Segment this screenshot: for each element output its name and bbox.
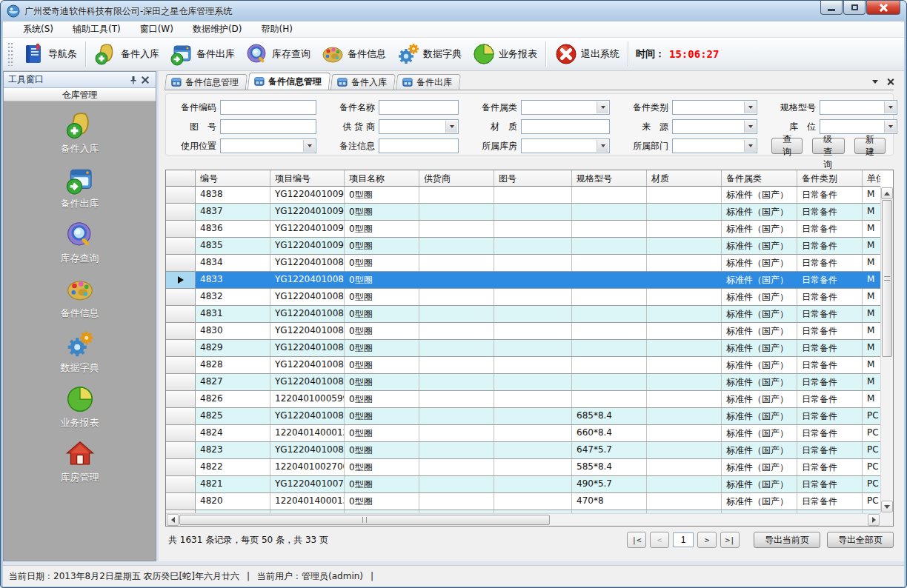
sidebar-item-report[interactable]: 业务报表 <box>36 384 124 430</box>
sidebar-item-warehouse[interactable]: 库房管理 <box>36 439 124 484</box>
table-row[interactable]: 4838YG122040100930型圈标准件（国产）日常备件M <box>166 187 880 204</box>
toolbar-button-report[interactable]: 业务报表 <box>467 40 542 68</box>
vertical-scroll-thumb[interactable] <box>882 200 892 357</box>
table-row[interactable]: 4821YG122040100790型圈490*5.7标准件（国产）日常备件PC <box>166 476 880 493</box>
table-row[interactable]: 4827YG122040100820型圈标准件（国产）日常备件M <box>166 374 880 391</box>
toolbar-button-parts-info[interactable]: 备件信息 <box>316 40 391 68</box>
row-indicator-cell[interactable] <box>166 238 196 254</box>
row-indicator-cell[interactable] <box>166 442 196 458</box>
material-input[interactable] <box>521 119 610 134</box>
column-header-9[interactable]: 单位 <box>863 170 880 186</box>
source-select[interactable] <box>672 119 757 134</box>
table-row[interactable]: 4825YG122040100810型圈685*8.4标准件（国产）日常备件PC <box>166 408 880 425</box>
row-indicator-cell[interactable] <box>166 425 196 441</box>
toolbar-button-data-dict[interactable]: 数据字典 <box>391 40 467 68</box>
close-button[interactable] <box>866 1 900 15</box>
menu-item-1[interactable]: 辅助工具(T) <box>63 21 130 38</box>
column-header-2[interactable]: 项目名称 <box>345 170 419 186</box>
table-row[interactable]: 4837YG122040100920型圈标准件（国产）日常备件M <box>166 204 880 221</box>
table-row[interactable]: 4836YG122040100910型圈标准件（国产）日常备件M <box>166 221 880 238</box>
next-page-button[interactable]: > <box>697 532 717 548</box>
minimize-button[interactable] <box>820 1 843 15</box>
tab-3[interactable]: 备件出库 <box>396 74 461 90</box>
toolbar-grip-handle[interactable] <box>7 42 13 66</box>
sidebar-item-parts-info[interactable]: 备件信息 <box>36 275 124 320</box>
table-row[interactable]: 4823YG122040100800型圈647*5.7标准件（国产）日常备件PC <box>166 442 880 459</box>
close-icon[interactable] <box>139 74 151 86</box>
drawing-no-input[interactable] <box>220 119 316 134</box>
advanced-query-button[interactable]: 高级查询 <box>812 138 845 154</box>
menu-item-4[interactable]: 帮助(H) <box>252 21 302 38</box>
horizontal-scroll-thumb[interactable] <box>179 515 550 525</box>
last-page-button[interactable]: >| <box>720 532 740 548</box>
part-category-select[interactable] <box>521 100 610 115</box>
sidebar-item-parts-in[interactable]: 备件入库 <box>36 110 124 156</box>
column-header-5[interactable]: 规格型号 <box>572 170 647 186</box>
row-indicator-cell[interactable] <box>166 272 196 288</box>
toolbar-button-parts-out[interactable]: 备件出库 <box>165 40 240 68</box>
row-indicator-cell[interactable] <box>166 493 196 510</box>
table-row[interactable]: 4831YG122040100860型圈标准件（国产）日常备件M <box>166 306 880 323</box>
spec-model-select[interactable] <box>820 100 897 115</box>
use-position-select[interactable] <box>220 138 316 153</box>
row-indicator-cell[interactable] <box>166 306 196 322</box>
tab-2[interactable]: 备件入库 <box>330 74 396 90</box>
table-row[interactable]: 4828YG122040100830型圈标准件（国产）日常备件M <box>166 357 880 374</box>
column-header-3[interactable]: 供货商 <box>419 170 494 186</box>
column-header-6[interactable]: 材质 <box>647 170 722 186</box>
vertical-scrollbar[interactable] <box>880 187 893 513</box>
row-indicator-cell[interactable] <box>166 221 196 237</box>
row-indicator-cell[interactable] <box>166 391 196 407</box>
prev-page-button[interactable]: < <box>650 532 669 548</box>
tab-close-icon[interactable] <box>887 78 894 85</box>
table-row[interactable]: 4829YG122040100840型圈标准件（国产）日常备件M <box>166 340 880 357</box>
table-row[interactable]: 482412204014000120型圈660*8.4标准件（国产）日常备件PC <box>166 425 880 442</box>
page-number-input[interactable] <box>673 532 694 547</box>
row-indicator-cell[interactable] <box>166 357 196 373</box>
part-code-input[interactable] <box>220 100 316 115</box>
row-indicator-cell[interactable] <box>166 476 196 492</box>
column-header-7[interactable]: 备件属类 <box>722 170 797 186</box>
new-button[interactable]: 新建 <box>854 138 886 154</box>
pin-icon[interactable] <box>127 74 139 86</box>
row-indicator-cell[interactable] <box>166 323 196 339</box>
sidebar-item-parts-out[interactable]: 备件出库 <box>36 165 124 210</box>
part-type-select[interactable] <box>672 100 757 115</box>
table-row[interactable]: 482012204014000130型圈470*8标准件（国产）日常备件PC <box>166 493 880 510</box>
table-row[interactable]: 4832YG122040100870型圈标准件（国产）日常备件M <box>166 289 880 306</box>
query-button[interactable]: 查询 <box>771 138 803 154</box>
maximize-button[interactable] <box>843 1 866 15</box>
column-header-4[interactable]: 图号 <box>494 170 572 186</box>
row-indicator-cell[interactable] <box>166 187 196 203</box>
sidebar-item-stock-query[interactable]: 库存查询 <box>36 220 124 265</box>
tab-1-active[interactable]: 备件信息管理 <box>247 73 330 90</box>
part-name-input[interactable] <box>379 100 459 115</box>
row-indicator-cell[interactable] <box>166 340 196 356</box>
toolbar-button-parts-in[interactable]: 备件入库 <box>89 40 165 68</box>
table-row[interactable]: 4833YG122040100880型圈标准件（国产）日常备件M <box>166 272 880 289</box>
row-indicator-cell[interactable] <box>166 374 196 390</box>
location-select[interactable] <box>820 119 897 134</box>
table-row[interactable]: 4834YG122040100890型圈标准件（国产）日常备件M <box>166 255 880 272</box>
row-indicator-cell[interactable] <box>166 289 196 305</box>
table-row[interactable]: 4835YG122040100900型圈标准件（国产）日常备件M <box>166 238 880 255</box>
export-current-page-button[interactable]: 导出当前页 <box>754 532 820 548</box>
warehouse-select[interactable] <box>521 138 610 153</box>
row-indicator-cell[interactable] <box>166 408 196 424</box>
column-header-8[interactable]: 备件类别 <box>797 170 863 186</box>
toolbar-button-stock-query[interactable]: 库存查询 <box>240 40 316 68</box>
first-page-button[interactable]: |< <box>627 532 646 548</box>
row-indicator-cell[interactable] <box>166 204 196 220</box>
title-bar[interactable]: 广州爱奇迪软件科技有限公司-深田之星仓库管理系统 <box>1 1 906 21</box>
table-row[interactable]: 4830YG122040100850型圈标准件（国产）日常备件M <box>166 323 880 340</box>
export-all-pages-button[interactable]: 导出全部页 <box>827 532 894 548</box>
supplier-select[interactable] <box>379 119 459 134</box>
table-row[interactable]: 482612204010005990型圈标准件（国产）日常备件M <box>166 391 880 408</box>
table-row[interactable]: 482212204010027000型圈585*8.4标准件（国产）日常备件PC <box>166 459 880 476</box>
remark-input[interactable] <box>379 138 459 153</box>
toolbar-button-navbar[interactable]: 导航条 <box>16 40 82 68</box>
sidebar-item-data-dict[interactable]: 数据字典 <box>36 330 124 375</box>
column-header-1[interactable]: 项目编号 <box>270 170 345 186</box>
menu-item-0[interactable]: 系统(S) <box>13 21 63 38</box>
department-select[interactable] <box>672 138 757 153</box>
